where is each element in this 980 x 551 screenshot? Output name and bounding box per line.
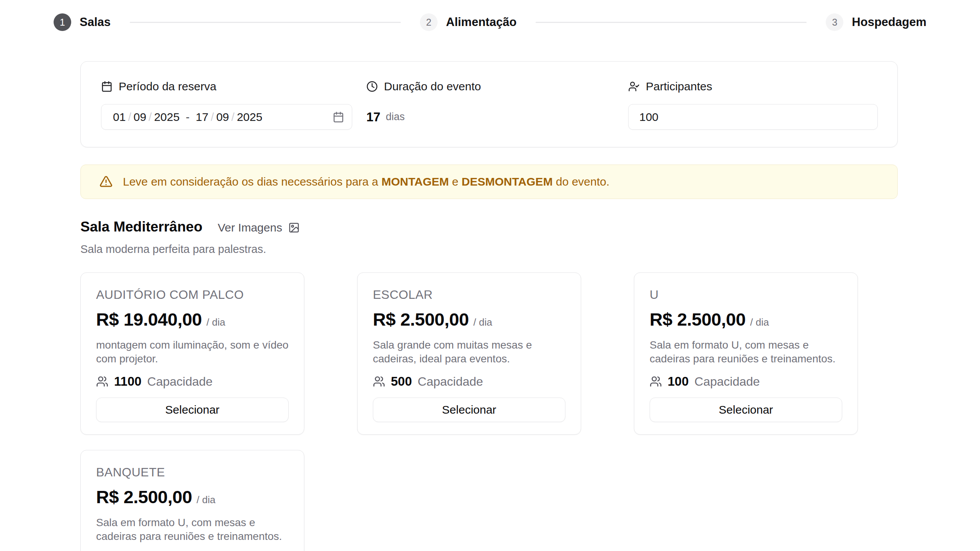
- end-day: 17: [196, 111, 208, 124]
- duration-label-row: Duração do evento: [366, 80, 628, 93]
- period-label-row: Período da reserva: [101, 80, 352, 93]
- period-label: Período da reserva: [119, 80, 216, 93]
- capacity-label: Capacidade: [147, 375, 213, 389]
- duration-field: Duração do evento 17 dias: [366, 80, 628, 130]
- room-card-banquete: BANQUETE R$ 2.500,00 / dia Sala em forma…: [80, 450, 304, 551]
- price-per-day: / dia: [197, 490, 216, 510]
- select-button[interactable]: Selecionar: [96, 398, 289, 422]
- participants-label-row: Participantes: [628, 80, 878, 93]
- start-year: 2025: [154, 111, 180, 124]
- participants-input[interactable]: [628, 104, 878, 130]
- date-range-value: 01/09/2025 - 17/09/2025: [113, 111, 262, 124]
- capacity-value: 500: [391, 374, 412, 389]
- room-card-auditorio: AUDITÓRIO COM PALCO R$ 19.040,00 / dia m…: [80, 272, 304, 435]
- select-button[interactable]: Selecionar: [373, 398, 565, 422]
- capacity-row: 100 Capacidade: [650, 375, 842, 388]
- capacity-label: Capacidade: [418, 375, 483, 389]
- select-button[interactable]: Selecionar: [650, 398, 842, 422]
- step-salas[interactable]: 1 Salas: [54, 13, 111, 31]
- stepper-connector: [130, 22, 401, 23]
- price-per-day: / dia: [750, 312, 769, 332]
- end-month: 09: [216, 111, 229, 124]
- warning-text: Leve em consideração os dias necessários…: [123, 175, 609, 188]
- user-check-icon: [628, 81, 640, 92]
- start-month: 09: [134, 111, 146, 124]
- room-card-price: R$ 19.040,00: [96, 310, 202, 329]
- room-card-escolar: ESCOLAR R$ 2.500,00 / dia Sala grande co…: [357, 272, 581, 435]
- room-card-title: BANQUETE: [96, 465, 289, 479]
- calendar-icon: [101, 81, 113, 92]
- duration-unit: dias: [386, 111, 405, 123]
- step-circle: 2: [420, 13, 438, 31]
- step-circle: 3: [826, 13, 843, 31]
- users-icon: [373, 375, 385, 388]
- capacity-label: Capacidade: [694, 375, 760, 389]
- duration-label: Duração do evento: [384, 80, 481, 93]
- room-card-description: Sala em formato U, com mesas e cadeiras …: [650, 338, 842, 366]
- view-images-link[interactable]: Ver Imagens: [218, 221, 300, 234]
- users-icon: [96, 375, 108, 388]
- duration-value: 17: [366, 110, 381, 124]
- step-circle: 1: [54, 13, 71, 31]
- step-hospedagem[interactable]: 3 Hospedagem: [826, 13, 926, 31]
- reservation-form-card: Período da reserva 01/09/2025 - 17/09/20…: [80, 61, 898, 147]
- step-label: Hospedagem: [852, 15, 926, 29]
- start-day: 01: [113, 111, 126, 124]
- view-images-label: Ver Imagens: [218, 221, 282, 234]
- room-card-description: montagem com iluminação, som e vídeo com…: [96, 338, 289, 366]
- image-icon[interactable]: [288, 222, 300, 233]
- warning-banner: Leve em consideração os dias necessários…: [80, 165, 898, 199]
- price-per-day: / dia: [206, 312, 225, 332]
- room-card-title: ESCOLAR: [373, 287, 565, 302]
- participants-label: Participantes: [646, 80, 712, 93]
- room-card-u: U R$ 2.500,00 / dia Sala em formato U, c…: [634, 272, 858, 435]
- stepper-connector: [536, 22, 807, 23]
- end-year: 2025: [237, 111, 263, 124]
- wizard-stepper: 1 Salas 2 Alimentação 3 Hospedagem: [54, 13, 926, 31]
- date-range-input[interactable]: 01/09/2025 - 17/09/2025: [101, 104, 352, 130]
- participants-field: Participantes: [628, 80, 878, 130]
- room-title: Sala Mediterrâneo: [80, 219, 203, 235]
- room-card-title: AUDITÓRIO COM PALCO: [96, 287, 289, 302]
- capacity-row: 1100 Capacidade: [96, 375, 289, 388]
- room-card-price: R$ 2.500,00: [96, 487, 192, 507]
- calendar-picker-icon[interactable]: [333, 111, 344, 123]
- capacity-value: 100: [668, 374, 689, 389]
- room-description: Sala moderna perfeita para palestras.: [80, 243, 898, 256]
- room-card-description: Sala em formato U, com mesas e cadeiras …: [96, 516, 289, 543]
- clock-icon: [366, 81, 378, 92]
- room-card-price: R$ 2.500,00: [650, 310, 746, 329]
- room-card-price: R$ 2.500,00: [373, 310, 469, 329]
- capacity-value: 1100: [114, 374, 142, 389]
- alert-triangle-icon: [99, 175, 113, 189]
- step-label: Alimentação: [446, 15, 516, 29]
- period-field: Período da reserva 01/09/2025 - 17/09/20…: [101, 80, 352, 130]
- step-alimentacao[interactable]: 2 Alimentação: [420, 13, 516, 31]
- step-label: Salas: [80, 15, 111, 29]
- room-card-title: U: [650, 287, 842, 302]
- room-cards-grid: AUDITÓRIO COM PALCO R$ 19.040,00 / dia m…: [80, 272, 898, 551]
- capacity-row: 500 Capacidade: [373, 375, 565, 388]
- room-card-description: Sala grande com muitas mesas e cadeiras,…: [373, 338, 565, 366]
- price-per-day: / dia: [474, 312, 492, 332]
- users-icon: [650, 375, 662, 388]
- range-separator: -: [186, 111, 189, 124]
